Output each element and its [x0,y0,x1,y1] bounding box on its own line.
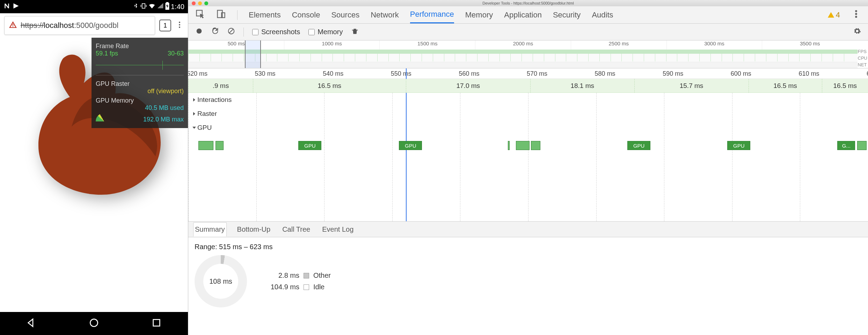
gc-button[interactable] [351,27,359,37]
overview-tick: 1000 ms [284,40,380,50]
overlay-gpu-memory-label: GPU Memory [96,97,134,104]
flame-tick: 550 ms [391,70,411,77]
summary-range: Range: 515 ms – 623 ms [195,243,862,251]
track-raster[interactable]: Raster [188,107,868,121]
track-gpu[interactable]: GPU [188,121,868,135]
flame-tick: 560 ms [459,70,479,77]
gpu-block[interactable]: GPU [727,141,750,150]
overview-tick: 500 ms [188,40,284,50]
devtools-window: Developer Tools - https://localhost:5000… [188,0,868,335]
flame-tick: 530 ms [255,70,276,77]
gpu-block[interactable] [516,141,530,150]
perf-toolbar: Screenshots Memory [188,24,868,40]
url-box[interactable]: https://localhost:5000/goodbl [4,16,155,35]
n-icon [3,2,10,11]
tab-switcher-button[interactable]: 1 [159,20,171,31]
android-device: 1:40 https://localhost:5000/goodbl 1 Fra… [0,0,188,335]
devtools-menu-button[interactable] [851,9,861,21]
frame-segment[interactable]: 18.1 ms [530,79,634,92]
gpu-lane[interactable]: GPUGPUGPUGPUG... [188,135,868,177]
flame-tick: 570 ms [527,70,547,77]
chrome-menu-button[interactable] [175,21,184,30]
frame-segment[interactable]: 16.5 ms [749,79,822,92]
nav-back-button[interactable] [26,317,37,330]
svg-point-2 [179,27,180,28]
android-statusbar: 1:40 [0,0,188,13]
frame-segment[interactable]: .9 ms [188,79,253,92]
overview-tick: 3000 ms [666,40,762,50]
summary-legend: 2.8 msOther104.9 msIdle [261,271,331,291]
flame-tick: 540 ms [323,70,343,77]
track-interactions[interactable]: Interactions [188,93,868,107]
svg-point-3 [90,319,97,326]
clear-button[interactable] [227,27,235,37]
overlay-gpu-mem-used: 40.5 MB used [145,104,184,112]
svg-point-8 [855,10,857,12]
perf-subtabs: Summary Bottom-Up Call Tree Event Log [188,221,868,237]
overview-tick: 3500 ms [762,40,858,50]
chrome-toolbar: https://localhost:5000/goodbl 1 [0,13,188,38]
frame-segment[interactable]: 16.5 ms [822,79,868,92]
frame-segment[interactable]: 16.5 ms [253,79,406,92]
overview-cpu-label: CPU [858,55,867,61]
tab-security[interactable]: Security [553,7,581,23]
subtab-summary[interactable]: Summary [193,222,227,237]
overview-tick: 1500 ms [379,40,475,50]
gpu-block[interactable] [216,141,224,150]
signal-icon [157,2,164,11]
overlay-fps-range: 30-63 [168,50,184,57]
svg-point-11 [197,29,202,34]
inspect-element-button[interactable] [195,9,205,21]
perf-settings-button[interactable] [853,27,861,37]
svg-rect-4 [153,320,160,326]
subtab-calltree[interactable]: Call Tree [281,223,312,236]
flame-chart[interactable]: 520 ms530 ms540 ms550 ms560 ms570 ms580 … [188,68,868,221]
play-icon [13,2,20,11]
gpu-block[interactable] [508,141,510,150]
reload-record-button[interactable] [211,27,219,37]
overview-selection[interactable] [245,40,261,68]
wifi-icon [148,2,156,12]
gpu-block[interactable] [198,141,213,150]
tab-console[interactable]: Console [292,7,320,23]
nav-home-button[interactable] [88,317,100,330]
nav-recent-button[interactable] [151,317,162,330]
frames-lane[interactable]: .9 ms16.5 ms17.0 ms18.1 ms15.7 ms16.5 ms… [188,79,868,93]
warnings-badge[interactable]: 4 [827,10,840,20]
subtab-bottomup[interactable]: Bottom-Up [236,223,272,236]
svg-point-9 [855,13,857,15]
flame-ruler[interactable]: 520 ms530 ms540 ms550 ms560 ms570 ms580 … [188,68,868,79]
overlay-gpu-mem-max: 192.0 MB max [143,116,184,123]
gpu-block[interactable] [857,141,867,150]
gpu-block[interactable]: GPU [399,141,422,150]
overlay-fps-value: 59.1 fps [96,50,118,57]
perf-overview[interactable]: 500 ms1000 ms1500 ms2000 ms2500 ms3000 m… [188,40,868,68]
frame-segment[interactable]: 15.7 ms [634,79,749,92]
record-button[interactable] [195,27,203,37]
screenshots-checkbox[interactable]: Screenshots [252,28,300,36]
devtools-tabs: Elements Console Sources Network Perform… [188,6,868,24]
tab-memory[interactable]: Memory [465,7,493,23]
tab-sources[interactable]: Sources [331,7,359,23]
tab-elements[interactable]: Elements [249,7,281,23]
window-title: Developer Tools - https://localhost:5000… [188,1,868,5]
flame-tick: 590 ms [663,70,683,77]
tab-network[interactable]: Network [371,7,399,23]
svg-point-0 [179,22,180,23]
page-viewport[interactable]: Frame Rate 59.1 fps 30-63 GPU Raster off… [0,38,188,312]
overview-tick: 2500 ms [571,40,666,50]
window-titlebar[interactable]: Developer Tools - https://localhost:5000… [188,0,868,6]
overview-fps-band [188,50,858,54]
gpu-block[interactable]: G... [837,141,855,150]
memory-checkbox[interactable]: Memory [308,28,343,36]
gpu-block[interactable]: GPU [298,141,321,150]
vibrate-icon [140,2,147,11]
frame-segment[interactable]: 17.0 ms [406,79,530,92]
subtab-eventlog[interactable]: Event Log [321,223,355,236]
device-toggle-button[interactable] [216,9,226,21]
tab-audits[interactable]: Audits [592,7,613,23]
gpu-block[interactable]: GPU [627,141,650,150]
tab-application[interactable]: Application [504,7,542,23]
gpu-block[interactable] [531,141,540,150]
tab-performance[interactable]: Performance [410,6,454,23]
